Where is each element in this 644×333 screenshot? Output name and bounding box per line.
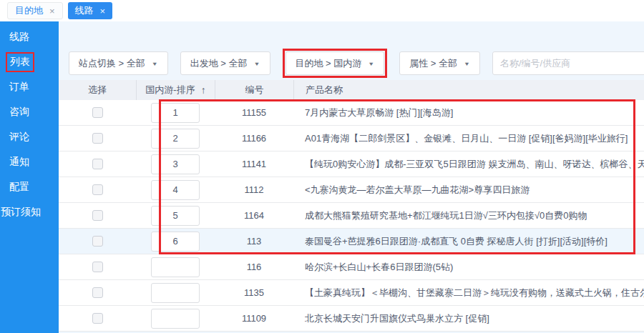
sidebar-item-booking-notes[interactable]: 预订须知 [0,199,59,224]
tab-route[interactable]: 线路 × [68,2,113,19]
product-code: 1135 [215,280,293,305]
annotation-box-destination: 目的地 > 国内游 ▼ [283,49,388,78]
sort-order-input[interactable] [151,154,200,174]
table-row: 116 哈尔滨+长白山+长春6日跟团游(5钻) [59,254,644,280]
product-table: 选择 国内游-排序 ↑ 编号 产品名称 11155 7月内蒙古大草原畅游 [热门… [59,80,644,332]
sidebar-item-settings[interactable]: 配置 [0,174,59,199]
sidebar-item-label: 通知 [9,156,29,169]
dropdown-label: 出发地 > 全部 [190,57,248,70]
sidebar-item-label: 评论 [9,131,29,144]
column-label: 编号 [245,84,264,96]
sort-order-input[interactable] [151,232,200,252]
product-name: 7月内蒙古大草原畅游 [热门][海岛游] [293,100,644,125]
product-code: 116 [215,254,293,279]
search-input[interactable] [492,51,644,75]
sort-order-input[interactable] [151,283,200,303]
product-code: 11155 [215,100,293,125]
sidebar-item-label: 预订须知 [1,206,41,219]
site-switch-dropdown[interactable]: 站点切换 > 全部 ▼ [69,51,168,75]
table-row: 11166 A01青海湖【二郎剑景区】、金银滩、日月山、一日游 [促销][爸妈游… [59,126,644,151]
close-icon[interactable]: × [49,6,55,16]
table-row: 1164 成都大熊猫繁殖研究基地+都江堰纯玩1日游√三环内包接√0自费0购物 [59,203,644,229]
sidebar-item-comments[interactable]: 评论 [0,124,59,149]
sidebar-item-label: 配置 [9,181,29,194]
tab-destination[interactable]: 目的地 × [7,2,63,19]
sidebar-item-notifications[interactable]: 通知 [0,149,59,174]
dropdown-label: 属性 > 全部 [409,57,457,70]
close-icon[interactable]: × [100,6,106,16]
column-header-sort[interactable]: 国内游-排序 ↑ [136,80,215,100]
column-header-name: 产品名称 [293,80,644,100]
sidebar-item-list[interactable]: 列表 [0,49,59,74]
product-name: 【土豪真纯玩】＜毕棚沟、甘堡藏寨二日游＞纯玩没有购物，送藏式土火锅，住古尔沟 [… [293,280,644,305]
table-row: 113 泰国曼谷+芭提雅6日跟团游·成都直飞 0自费 探秘唐人街 [打折][活动… [59,229,644,254]
tab-bar: 目的地 × 线路 × [0,0,644,21]
sidebar-item-label: 线路 [9,31,29,44]
sort-order-input[interactable] [151,180,200,200]
sidebar-item-label: 咨询 [9,106,29,119]
sort-order-input[interactable] [151,257,200,277]
sidebar: 线路 列表 订单 咨询 评论 通知 配置 预订须知 [0,21,59,333]
product-name: 【纯玩0购安心游】成都-三亚双飞5日跟团游 娱支洲岛、南山、呀诺达、槟榔谷、天涯… [293,151,644,177]
product-code: 113 [215,229,293,254]
column-label: 选择 [88,84,107,96]
sort-order-input[interactable] [151,309,200,329]
attribute-dropdown[interactable]: 属性 > 全部 ▼ [399,51,480,75]
product-code: 11166 [215,126,293,151]
sidebar-item-route[interactable]: 线路 [0,24,59,49]
sort-order-input[interactable] [151,206,200,226]
annotation-box-list: 列表 [6,52,34,72]
product-name: 泰国曼谷+芭提雅6日跟团游·成都直飞 0自费 探秘唐人街 [打折][活动][特价… [293,229,644,254]
table-header: 选择 国内游-排序 ↑ 编号 产品名称 [59,80,644,100]
row-checkbox[interactable] [92,159,103,169]
product-code: 11141 [215,151,293,177]
departure-dropdown[interactable]: 出发地 > 全部 ▼ [180,51,270,75]
chevron-down-icon: ▼ [254,60,260,66]
sort-order-input[interactable] [151,129,200,149]
product-name: A01青海湖【二郎剑景区】、金银滩、日月山、一日游 [促销][爸妈游][毕业旅行… [293,126,644,151]
filter-bar: 站点切换 > 全部 ▼ 出发地 > 全部 ▼ 目的地 > 国内游 ▼ 属性 > … [69,49,644,78]
dropdown-label: 站点切换 > 全部 [79,57,145,70]
tab-destination-label: 目的地 [15,4,43,17]
sidebar-item-inquiries[interactable]: 咨询 [0,99,59,124]
sidebar-item-orders[interactable]: 订单 [0,74,59,99]
product-code: 1164 [215,203,293,228]
row-checkbox[interactable] [92,210,103,221]
product-code: 1112 [215,177,293,202]
sidebar-item-label: 订单 [9,81,29,94]
table-row: 1135 【土豪真纯玩】＜毕棚沟、甘堡藏寨二日游＞纯玩没有购物，送藏式土火锅，住… [59,280,644,306]
product-name: <九寨沟黄龙—若尔盖大草原—九曲花湖>尊享四日旅游 [293,177,644,202]
column-label: 国内游-排序 [145,84,195,96]
column-header-code: 编号 [215,80,293,100]
table-row: 1112 <九寨沟黄龙—若尔盖大草原—九曲花湖>尊享四日旅游 [59,177,644,203]
chevron-down-icon: ▼ [368,60,374,66]
sort-order-input[interactable] [151,103,200,123]
destination-dropdown[interactable]: 目的地 > 国内游 ▼ [286,51,385,75]
table-row: 11141 【纯玩0购安心游】成都-三亚双飞5日跟团游 娱支洲岛、南山、呀诺达、… [59,151,644,177]
product-name: 成都大熊猫繁殖研究基地+都江堰纯玩1日游√三环内包接√0自费0购物 [293,203,644,228]
column-header-select: 选择 [59,80,136,100]
row-checkbox[interactable] [92,287,103,298]
row-checkbox[interactable] [92,313,103,324]
chevron-down-icon: ▼ [464,60,470,66]
row-checkbox[interactable] [92,236,103,247]
table-row: 11109 北京长城天安门升国旗仪式鸟巢水立方 [促销] [59,306,644,332]
table-row: 11155 7月内蒙古大草原畅游 [热门][海岛游] [59,100,644,126]
row-checkbox[interactable] [92,184,103,195]
product-name: 北京长城天安门升国旗仪式鸟巢水立方 [促销] [293,306,644,331]
chevron-down-icon: ▼ [152,60,158,66]
tab-route-label: 线路 [75,4,94,17]
row-checkbox[interactable] [92,133,103,144]
sort-ascending-icon[interactable]: ↑ [201,84,206,96]
product-name: 哈尔滨+长白山+长春6日跟团游(5钻) [293,254,644,279]
row-checkbox[interactable] [92,107,103,118]
dropdown-label: 目的地 > 国内游 [296,57,362,70]
sidebar-item-label: 列表 [10,56,30,67]
column-label: 产品名称 [306,84,343,96]
main-content: 站点切换 > 全部 ▼ 出发地 > 全部 ▼ 目的地 > 国内游 ▼ 属性 > … [59,21,644,333]
product-code: 11109 [215,306,293,331]
row-checkbox[interactable] [92,262,103,272]
